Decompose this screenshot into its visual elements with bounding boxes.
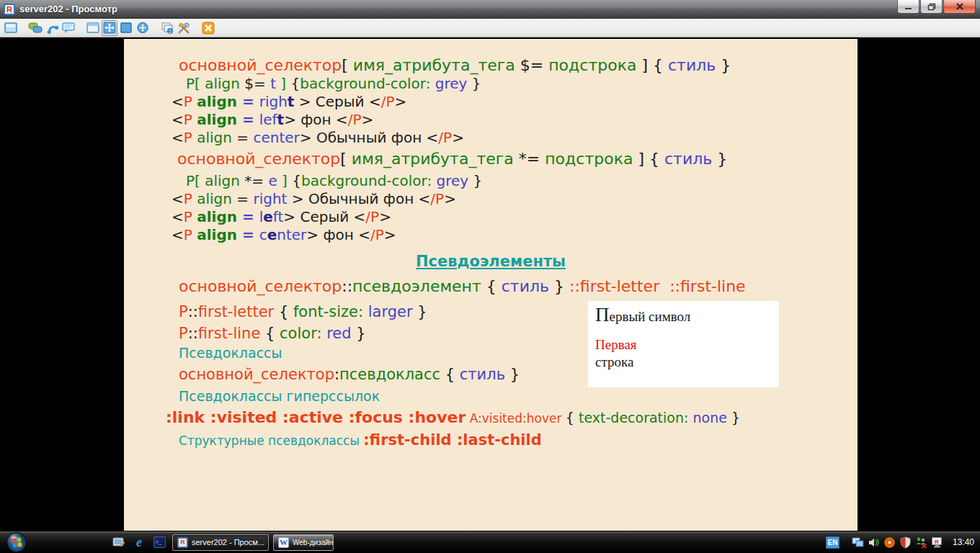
restore-button[interactable] [920, 0, 943, 14]
code-segment: > Обычный фон < [300, 129, 439, 146]
code-segment: > Серый < [283, 208, 365, 225]
code-segment: > [362, 111, 374, 128]
code-segment: = [242, 93, 259, 110]
internet-explorer-icon[interactable]: e [132, 535, 146, 549]
code-segment: < [172, 226, 184, 243]
code-segment: { [260, 325, 280, 342]
code-segment: = [242, 208, 259, 225]
code-segment: } [413, 303, 427, 320]
code-segment: righ [259, 93, 288, 110]
select-window-icon[interactable]: 2 [159, 20, 175, 36]
svg-text:2: 2 [169, 28, 172, 33]
stretch-view-icon[interactable] [102, 20, 117, 36]
code-segment: < [172, 93, 184, 110]
slide-line: <P align = left> Серый </P> [172, 208, 858, 226]
example-line-2: Первая [595, 336, 772, 354]
taskbar-clock[interactable]: 13:40 [953, 537, 974, 547]
code-segment: псевдоэлемент [352, 277, 481, 295]
code-segment: основной_селектор [179, 56, 342, 74]
code-segment: < [172, 129, 184, 146]
code-segment: t [288, 93, 295, 110]
remote-screen-viewport[interactable]: основной_селектор[ имя_атрибута_тега $= … [0, 37, 980, 531]
code-segment: P[ align [186, 172, 244, 189]
code-segment: font-size: [293, 303, 363, 320]
text-chat-icon[interactable] [27, 20, 43, 36]
code-segment: > Обычный фон < [292, 190, 431, 207]
console-app-icon[interactable]: >_ [152, 535, 166, 549]
settings-icon[interactable] [176, 20, 192, 36]
code-segment: = [236, 190, 253, 207]
code-segment: { [566, 410, 579, 426]
code-segment: text-decoration: [579, 410, 688, 426]
presentation-slide: основной_селектор[ имя_атрибута_тега $= … [124, 39, 858, 531]
task-label: Web-дизайн.doc - ... [293, 539, 334, 547]
code-segment: ] [276, 75, 291, 92]
code-segment: Псевдоклассы [179, 345, 282, 361]
code-segment: { [481, 277, 502, 295]
code-segment: < [172, 208, 184, 225]
taskbar-task-radmin[interactable]: R server202 - Просм... [172, 534, 269, 551]
code-segment: } [549, 277, 569, 295]
task-label: server202 - Просм... [192, 538, 264, 547]
security-shield-icon[interactable] [899, 536, 912, 549]
code-segment: /P [381, 93, 395, 110]
code-segment: background-color: [301, 172, 432, 189]
show-desktop-icon[interactable] [112, 535, 126, 549]
radmin-viewer-window: R server202 - Просмотр [0, 0, 980, 553]
slide-line: Структурные псевдоклассы :first-child :l… [179, 431, 858, 451]
radmin-task-icon: R [177, 537, 188, 548]
screen-view-icon[interactable] [3, 20, 19, 36]
code-segment: P[ align [186, 75, 244, 92]
disconnect-icon[interactable] [200, 20, 216, 36]
code-segment: P [184, 111, 197, 128]
code-segment: стиль [664, 150, 712, 168]
code-segment: { [292, 172, 301, 189]
console-glyph: >_ [153, 536, 166, 548]
titlebar[interactable]: R server202 - Просмотр [0, 0, 980, 19]
windowed-view-icon[interactable] [85, 20, 101, 36]
code-segment: стиль [502, 277, 549, 295]
system-tray: EN R 13:40 [826, 536, 980, 549]
code-segment: : [334, 366, 339, 383]
taskbar-task-word[interactable]: W Web-дизайн.doc - ... [273, 534, 334, 551]
code-segment: P [179, 325, 188, 342]
code-segment: основной_селектор [177, 150, 340, 168]
word-task-icon: W [278, 537, 289, 548]
code-segment: > Серый < [294, 93, 380, 110]
code-segment: right [253, 190, 291, 207]
send-message-icon[interactable] [61, 20, 76, 36]
example-line-1: Первый символ [595, 305, 772, 326]
code-segment: > [395, 93, 407, 110]
window-controls [896, 0, 976, 14]
code-segment: } [716, 56, 731, 74]
voice-chat-icon[interactable] [44, 20, 60, 36]
close-button[interactable] [943, 0, 976, 14]
code-segment: } [727, 410, 740, 426]
code-segment: t [270, 75, 276, 92]
full-screen-stretch-icon[interactable] [135, 20, 151, 36]
code-segment: < [172, 190, 184, 207]
code-segment: align [197, 93, 242, 110]
code-segment: } [712, 150, 727, 168]
code-segment: e [268, 172, 277, 189]
start-button[interactable] [6, 532, 27, 552]
network-offline-icon[interactable] [915, 536, 927, 549]
code-segment: /P [348, 111, 362, 128]
slide-line: основной_селектор[ имя_атрибута_тега $= … [179, 55, 858, 75]
slide-line: <P align = right > Серый </P> [172, 93, 858, 111]
code-segment: стиль [460, 366, 505, 383]
minimize-button[interactable] [897, 0, 919, 14]
radmin-server-icon[interactable]: R [931, 536, 943, 549]
ie-e-glyph: e [136, 536, 142, 549]
code-segment: none [688, 410, 726, 426]
code-segment: larger [363, 303, 413, 320]
code-segment: > [452, 129, 464, 146]
full-screen-view-icon[interactable] [118, 20, 134, 36]
volume-icon[interactable] [868, 536, 880, 549]
code-segment: > фон < [284, 111, 348, 128]
example-line-1-rest: ервый символ [610, 309, 691, 324]
antivirus-icon[interactable] [883, 536, 896, 549]
remote-screen-icon[interactable] [852, 536, 864, 549]
code-segment: = [242, 111, 259, 128]
language-indicator[interactable]: EN [826, 536, 839, 549]
